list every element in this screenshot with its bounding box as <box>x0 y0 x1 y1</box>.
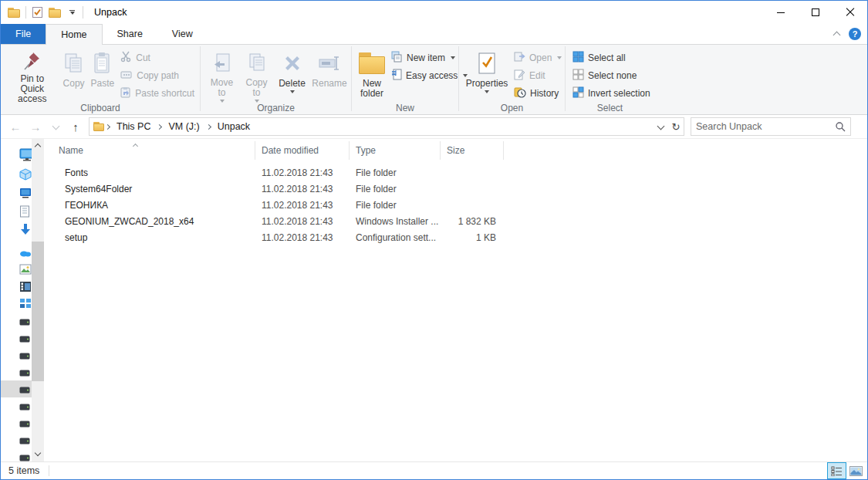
sidebar-onedrive-icon[interactable] <box>19 248 32 262</box>
sidebar-this-pc-icon[interactable] <box>19 188 32 201</box>
help-icon[interactable]: ? <box>849 28 861 40</box>
address-dropdown-button[interactable] <box>653 118 668 135</box>
scroll-up-button[interactable] <box>32 139 44 152</box>
search-icon[interactable] <box>835 121 846 132</box>
collapse-ribbon-icon[interactable] <box>833 32 841 39</box>
delete-icon <box>282 50 303 76</box>
search-input[interactable] <box>696 121 835 132</box>
file-type: File folder <box>350 167 441 178</box>
easy-access-icon <box>391 69 402 83</box>
file-row-system64folder[interactable]: System64Folder 11.02.2018 21:43 File fol… <box>44 181 867 197</box>
status-bar: 5 items <box>1 461 867 479</box>
close-button[interactable] <box>833 1 867 24</box>
column-header-size[interactable]: Size <box>441 141 504 160</box>
sidebar-drive-icon[interactable] <box>19 368 32 382</box>
column-header-date-modified[interactable]: Date modified <box>255 141 350 160</box>
new-folder-button[interactable]: New folder <box>356 47 388 103</box>
file-row-geonika[interactable]: ГЕОНИКА 11.02.2018 21:43 File folder <box>44 197 867 213</box>
scrollbar-thumb[interactable] <box>32 242 44 381</box>
details-view-button[interactable] <box>827 462 846 479</box>
dropdown-caret-icon <box>485 90 489 93</box>
sidebar-drive-icon[interactable] <box>19 351 32 365</box>
delete-button[interactable]: Delete <box>274 47 310 103</box>
new-group-label: New <box>352 103 458 113</box>
explorer-app-icon[interactable] <box>8 8 20 18</box>
open-button[interactable]: Open <box>511 49 565 66</box>
rename-button[interactable]: Rename <box>310 47 349 103</box>
properties-qat-icon[interactable] <box>32 6 43 19</box>
cut-button[interactable]: Cut <box>117 49 198 66</box>
copy-path-label: Copy path <box>137 70 179 81</box>
select-none-button[interactable]: Select none <box>569 67 654 84</box>
file-row-geonium-installer[interactable]: GEONIUM_ZWCAD_2018_x64 11.02.2018 21:43 … <box>44 213 867 229</box>
breadcrumb-current-folder[interactable]: Unpack <box>212 118 255 135</box>
file-row-fonts[interactable]: Fonts 11.02.2018 21:43 File folder <box>44 164 867 181</box>
rename-label: Rename <box>312 79 346 89</box>
breadcrumb-chevron-icon[interactable] <box>205 118 212 135</box>
breadcrumb-drive[interactable]: VM (J:) <box>163 118 204 135</box>
file-row-setup[interactable]: setup 11.02.2018 21:43 Configuration set… <box>44 229 867 245</box>
sidebar-network-icon[interactable] <box>19 298 32 312</box>
refresh-button[interactable]: ↻ <box>668 118 684 135</box>
large-icons-view-icon <box>849 466 863 476</box>
sidebar-scrollbar[interactable] <box>32 139 44 461</box>
sidebar-drive-icon[interactable] <box>19 402 32 416</box>
sidebar-drive-icon[interactable] <box>19 419 32 433</box>
sidebar-documents-icon[interactable] <box>19 205 32 219</box>
file-date: 11.02.2018 21:43 <box>255 184 350 194</box>
easy-access-label: Easy access <box>406 70 458 81</box>
new-folder-qat-icon[interactable] <box>49 8 61 18</box>
tab-share[interactable]: Share <box>103 24 157 44</box>
paste-button[interactable]: Paste <box>88 47 118 103</box>
invert-selection-label: Invert selection <box>588 88 650 99</box>
paste-shortcut-button[interactable]: Paste shortcut <box>117 85 198 102</box>
sidebar-3d-objects-icon[interactable] <box>19 168 32 182</box>
copy-to-icon <box>247 50 267 76</box>
minimize-button[interactable] <box>763 1 798 24</box>
sidebar-drive-icon[interactable] <box>19 334 32 348</box>
clipboard-group-label: Clipboard <box>1 103 200 113</box>
sidebar-videos-icon[interactable] <box>19 281 32 295</box>
edit-button[interactable]: Edit <box>511 67 565 84</box>
large-icons-view-button[interactable] <box>846 462 866 479</box>
copy-path-button[interactable]: Copy path <box>117 67 198 84</box>
sidebar-downloads-icon[interactable] <box>19 223 32 237</box>
tab-home[interactable]: Home <box>46 24 102 45</box>
invert-selection-button[interactable]: Invert selection <box>569 85 654 102</box>
column-headers: Name Date modified Type Size <box>44 141 867 160</box>
address-box[interactable]: This PC VM (J:) Unpack ↻ <box>89 117 684 136</box>
customize-qat-caret-icon[interactable] <box>66 8 77 17</box>
sidebar-drive-icon[interactable] <box>19 436 32 450</box>
sidebar-drive-icon[interactable] <box>19 453 32 461</box>
dropdown-caret-icon <box>290 90 295 93</box>
sidebar-drive-icon-selected[interactable] <box>19 385 32 399</box>
copy-to-button[interactable]: Copy to <box>239 47 274 103</box>
properties-button[interactable]: Properties <box>463 47 511 103</box>
organize-group-label: Organize <box>201 103 351 113</box>
select-all-button[interactable]: Select all <box>569 49 654 66</box>
scroll-down-button[interactable] <box>32 448 44 461</box>
tab-view[interactable]: View <box>157 24 208 44</box>
back-button[interactable]: ← <box>5 117 25 136</box>
maximize-button[interactable] <box>798 1 833 24</box>
move-to-button[interactable]: Move to <box>204 47 239 103</box>
history-button[interactable]: History <box>511 85 565 102</box>
breadcrumb-this-pc[interactable]: This PC <box>111 118 156 135</box>
tab-file[interactable]: File <box>1 24 46 44</box>
sidebar-desktop-icon[interactable] <box>19 148 32 162</box>
breadcrumb-chevron-icon[interactable] <box>156 118 163 135</box>
pin-to-quick-access-button[interactable]: Pin to Quick access <box>5 47 60 103</box>
column-header-name[interactable]: Name <box>44 141 255 160</box>
edit-label: Edit <box>529 70 545 81</box>
sidebar-drive-icon[interactable] <box>19 317 32 331</box>
forward-button[interactable]: → <box>25 117 46 136</box>
dropdown-caret-icon <box>557 56 562 59</box>
up-button[interactable]: ↑ <box>66 117 86 136</box>
sort-ascending-icon[interactable] <box>133 140 137 150</box>
breadcrumb-chevron-icon[interactable] <box>104 118 111 135</box>
recent-locations-button[interactable] <box>46 117 66 136</box>
sidebar-pictures-icon[interactable] <box>19 264 32 278</box>
column-header-type[interactable]: Type <box>350 141 441 160</box>
file-name: GEONIUM_ZWCAD_2018_x64 <box>61 216 255 227</box>
copy-button[interactable]: Copy <box>60 47 88 103</box>
